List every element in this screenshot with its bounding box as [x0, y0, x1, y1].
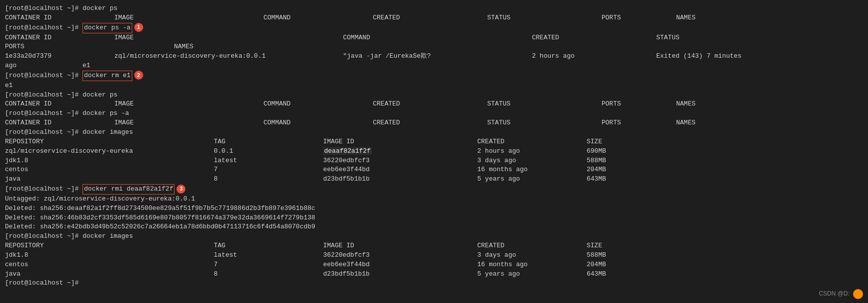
ir-tag-3: 7	[214, 165, 323, 175]
watermark: CSDN @D:	[819, 289, 863, 299]
col-created: CREATED	[373, 13, 487, 23]
line-4: CONTAINER IDIMAGECOMMANDCREATEDSTATUS	[5, 33, 863, 43]
col-ports: PORTS	[602, 13, 676, 23]
col-container-id: CONTAINER ID	[5, 13, 114, 23]
line-18: centos7eeb6ee3f44bd16 months ago204MB	[5, 165, 863, 175]
prompt-3: [root@localhost ~]# docker ps	[5, 91, 117, 99]
cmd-docker-rmi[interactable]: docker rmi deaaf82a1f2f	[83, 184, 174, 195]
h-na: NAMES	[676, 100, 695, 107]
line-24: Deleted: sha256:e42bdb3d49b52c52026c7a26…	[5, 222, 863, 232]
line-14: [root@localhost ~]# docker images	[5, 128, 863, 137]
ir-repo-2: jdk1.8	[5, 156, 214, 166]
ir2-id-3: d23bdf5b1b1b	[323, 270, 477, 279]
prompt-5: [root@localhost ~]# docker images	[5, 128, 133, 136]
ir2-tag-1: latest	[214, 251, 323, 260]
line-11: CONTAINER IDIMAGECOMMANDCREATEDSTATUSPOR…	[5, 100, 863, 109]
h-img: IMAGE	[114, 100, 263, 109]
ir-tag-1: 0.0.1	[214, 147, 323, 156]
line-1: [root@localhost ~]# docker ps	[5, 4, 863, 13]
line-2: CONTAINER IDIMAGECOMMANDCREATEDSTATUSPOR…	[5, 13, 863, 23]
csdn-logo	[853, 289, 863, 299]
h2-st: STATUS	[487, 118, 602, 128]
line-6: 1e33a20d7379zql/microservice-discovery-e…	[5, 52, 863, 61]
ir-id-2: 36220edbfcf3	[323, 156, 477, 166]
prompt: [root@localhost ~]# docker ps	[5, 4, 117, 12]
col-image: IMAGE	[114, 13, 263, 23]
h-st: STATUS	[487, 100, 602, 109]
ir2-cr-2: 16 months ago	[477, 260, 587, 270]
line-17: jdk1.8latest36220edbfcf33 days ago588MB	[5, 156, 863, 166]
ir2-tag-2: 7	[214, 260, 323, 270]
ir2-sz-3: 643MB	[587, 270, 606, 278]
h-po: PORTS	[602, 100, 676, 109]
line-30: [root@localhost ~]#	[5, 279, 863, 288]
h2-cmd: COMMAND	[263, 118, 373, 128]
col-command: COMMAND	[263, 13, 373, 23]
ir-cr-4: 5 years ago	[477, 175, 587, 184]
h-cr: CREATED	[373, 100, 487, 109]
h2-img: IMAGE	[114, 118, 263, 128]
ih2-id: IMAGE ID	[323, 241, 477, 251]
prompt-4: [root@localhost ~]# docker ps -a	[5, 109, 129, 117]
line-22: Deleted: sha256:deaaf82a1f2ff8d2734500ee…	[5, 204, 863, 213]
ir-repo-4: java	[5, 175, 214, 184]
terminal: [root@localhost ~]# docker ps CONTAINER …	[5, 4, 863, 288]
ir-id-4: d23bdf5b1b1b	[323, 175, 477, 184]
ir-cr-2: 3 days ago	[477, 156, 587, 166]
ir2-repo-1: jdk1.8	[5, 251, 214, 260]
image-id-highlighted: deaaf82a1f2f	[323, 147, 372, 155]
ih-tag: TAG	[214, 137, 323, 147]
cmd-docker-ps-a[interactable]: docker ps -a	[83, 23, 132, 33]
ih-id: IMAGE ID	[323, 137, 477, 147]
col-cmd2: COMMAND	[343, 33, 532, 43]
ir-cr-3: 16 months ago	[477, 165, 587, 175]
badge-3: 3	[176, 185, 185, 194]
ir2-sz-2: 204MB	[587, 261, 606, 268]
line-10: [root@localhost ~]# docker ps	[5, 91, 863, 100]
ih-cr: CREATED	[477, 137, 587, 147]
ir-tag-4: 8	[214, 175, 323, 184]
line-25: [root@localhost ~]# docker images	[5, 232, 863, 241]
ih-repo: REPOSITORY	[5, 137, 214, 147]
ir2-sz-1: 588MB	[587, 251, 606, 259]
ih2-repo: REPOSITORY	[5, 241, 214, 251]
col-created2: CREATED	[532, 33, 656, 43]
h2-cid: CONTAINER ID	[5, 118, 114, 128]
ir-repo-1: zql/microservice-discovery-eureka	[5, 147, 214, 156]
ir2-cr-3: 5 years ago	[477, 270, 587, 279]
ir-id-1: deaaf82a1f2f	[323, 147, 477, 156]
prompt-rm: [root@localhost ~]#	[5, 72, 83, 79]
line-27: jdk1.8latest36220edbfcf33 days ago588MB	[5, 251, 863, 260]
badge-2: 2	[134, 71, 143, 80]
ir2-id-1: 36220edbfcf3	[323, 251, 477, 260]
cmd-docker-rm[interactable]: docker rm e1	[83, 71, 132, 81]
ih2-tag: TAG	[214, 241, 323, 251]
line-7: ago e1	[5, 61, 863, 71]
col-ports-lbl: PORTS	[5, 42, 114, 52]
line-23: Deleted: sha256:46b83d2cf3353df585d6169e…	[5, 213, 863, 223]
line-29: java8d23bdf5b1b1b5 years ago643MB	[5, 270, 863, 279]
prompt-text: [root@localhost ~]#	[5, 24, 83, 31]
ir2-cr-1: 3 days ago	[477, 251, 587, 260]
line-5: PORTSNAMES	[5, 42, 863, 52]
ir-sz-2: 588MB	[587, 157, 606, 164]
line-28: centos7eeb6ee3f44bd16 months ago204MB	[5, 260, 863, 270]
status-val: Exited (143) 7 minutes	[656, 52, 742, 60]
line-16: zql/microservice-discovery-eureka0.0.1de…	[5, 147, 863, 156]
prompt-6: [root@localhost ~]# docker images	[5, 232, 133, 240]
ir-sz-4: 643MB	[587, 175, 606, 183]
line-12: [root@localhost ~]# docker ps -a	[5, 109, 863, 118]
line-19: java8d23bdf5b1b1b5 years ago643MB	[5, 175, 863, 184]
h-cmd: COMMAND	[263, 100, 373, 109]
cid-val: 1e33a20d7379	[5, 52, 114, 61]
line-20: [root@localhost ~]# docker rmi deaaf82a1…	[5, 184, 863, 195]
ir-id-3: eeb6ee3f44bd	[323, 165, 477, 175]
created-val: 2 hours ago	[532, 52, 656, 61]
line-8: [root@localhost ~]# docker rm e12	[5, 71, 863, 81]
h2-po: PORTS	[602, 118, 676, 128]
h2-cr: CREATED	[373, 118, 487, 128]
ih2-sz: SIZE	[587, 242, 602, 249]
col-cid2: CONTAINER ID	[5, 33, 114, 43]
ir2-repo-2: centos	[5, 260, 214, 270]
col-names-lbl: NAMES	[114, 42, 193, 52]
